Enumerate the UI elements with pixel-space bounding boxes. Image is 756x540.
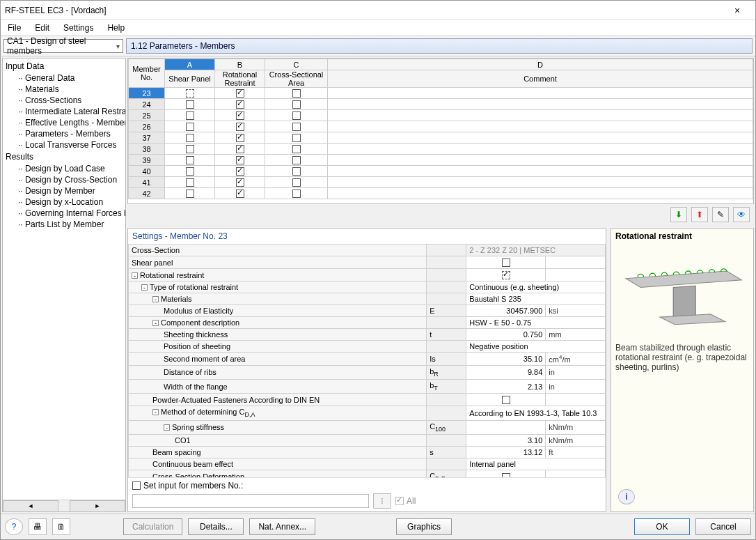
cancel-button[interactable]: Cancel <box>695 518 751 535</box>
table-row[interactable]: 40 <box>129 166 753 177</box>
nav-tree[interactable]: Input Data ·· General Data·· Materials··… <box>2 58 126 512</box>
report-icon[interactable]: 🗎 <box>52 518 70 535</box>
prop-row[interactable]: Continuous beam effectInternal panel <box>129 458 606 470</box>
table-row[interactable]: 37 <box>129 132 753 144</box>
info-icon[interactable]: i <box>618 489 635 504</box>
app-window: RF-STEEL EC3 - [Vordach] × File Edit Set… <box>0 0 756 540</box>
chevron-down-icon: ▾ <box>116 43 120 50</box>
table-row[interactable]: 24 <box>129 99 753 110</box>
prop-row[interactable]: Modulus of ElasticityE30457.900ksi <box>129 305 606 317</box>
tree-item[interactable]: ·· Design by x-Location <box>4 196 124 208</box>
prop-row[interactable]: -Type of rotational restraintContinuous … <box>129 281 606 293</box>
prop-row[interactable]: Sheeting thicknesst0.750mm <box>129 329 606 341</box>
sidebar-hscroll[interactable]: ◄ ► <box>3 500 125 511</box>
tree-item[interactable]: ·· Parts List by Member <box>4 219 124 230</box>
svg-marker-1 <box>673 286 695 317</box>
svg-marker-2 <box>660 314 725 325</box>
window-title: RF-STEEL EC3 - [Vordach] <box>5 6 723 15</box>
close-icon[interactable]: × <box>723 5 751 16</box>
menubar: File Edit Settings Help <box>1 20 755 36</box>
pick-members-button[interactable]: ⁞ <box>373 493 391 509</box>
table-row[interactable]: 25 <box>129 110 753 121</box>
all-checkbox[interactable]: All <box>395 496 416 506</box>
graphics-button[interactable]: Graphics <box>396 518 452 535</box>
prop-row[interactable]: -Component descriptionHSW - E 50 - 0.75 <box>129 317 606 329</box>
info-title: Rotational restraint <box>611 229 753 244</box>
tree-item[interactable]: ·· Local Transverse Forces <box>4 139 124 151</box>
footer: ? 🖶 🗎 Calculation Details... Nat. Annex.… <box>1 514 755 539</box>
prop-row[interactable]: Shear panel <box>129 256 606 269</box>
tree-item[interactable]: ·· Design by Member <box>4 185 124 196</box>
prop-row[interactable]: Position of sheetingNegative position <box>129 341 606 353</box>
case-combo[interactable]: CA1 - Design of steel members ▾ <box>3 39 123 53</box>
tree-item[interactable]: ·· Parameters - Members <box>4 128 124 139</box>
menu-help[interactable]: Help <box>104 22 127 34</box>
set-input-checkbox[interactable]: Set input for members No.: <box>132 481 243 491</box>
menu-edit[interactable]: Edit <box>32 22 52 34</box>
prop-row[interactable]: -Rotational restraint <box>129 269 606 281</box>
ok-button[interactable]: OK <box>634 518 690 535</box>
prop-row[interactable]: -MaterialsBaustahl S 235 <box>129 293 606 305</box>
case-combo-label: CA1 - Design of steel members <box>7 36 116 56</box>
table-row[interactable]: 23 <box>129 88 753 99</box>
tree-item[interactable]: ·· Governing Internal Forces by M <box>4 208 124 219</box>
export-excel-icon[interactable]: ⬇ <box>670 207 687 222</box>
prop-row[interactable]: Powder-Actuated Fasteners According to D… <box>129 394 606 406</box>
pick-icon[interactable]: ✎ <box>712 207 729 222</box>
prop-row[interactable]: Distance of ribsbR9.84in <box>129 365 606 379</box>
tree-item[interactable]: ·· General Data <box>4 72 124 84</box>
members-grid[interactable]: Member No.ABCDShear PanelRotational Rest… <box>127 58 754 204</box>
nat-annex-button[interactable]: Nat. Annex... <box>249 518 315 535</box>
prop-row[interactable]: Cross-Section2 - Z 232 Z 20 | METSEC <box>129 245 606 256</box>
prop-row[interactable]: -Spring stiffnessC100kNm/m <box>129 420 606 434</box>
titlebar: RF-STEEL EC3 - [Vordach] × <box>1 1 755 20</box>
tree-item[interactable]: ·· Cross-Sections <box>4 95 124 106</box>
panel-title: 1.12 Parameters - Members <box>126 38 753 54</box>
prop-row[interactable]: Cross-Section DeformationCD,B <box>129 470 606 477</box>
info-panel: Rotational restraint Beam <box>611 228 754 512</box>
tree-item[interactable]: ·· Materials <box>4 84 124 95</box>
prop-row[interactable]: Beam spacings13.12ft <box>129 446 606 458</box>
prop-row[interactable]: -Method of determining CD,AAccording to … <box>129 406 606 420</box>
scroll-left-icon[interactable]: ◄ <box>3 500 58 512</box>
help-icon[interactable]: ? <box>5 518 23 535</box>
tree-item[interactable]: ·· Effective Lengths - Members <box>4 117 124 128</box>
table-row[interactable]: 26 <box>129 121 753 132</box>
prop-row[interactable]: Second moment of areaIs35.10cm4/m <box>129 353 606 366</box>
print-icon[interactable]: 🖶 <box>29 518 47 535</box>
tree-item[interactable]: ·· Intermediate Lateral Restraints <box>4 106 124 117</box>
prop-row[interactable]: CO13.10kNm/m <box>129 434 606 446</box>
table-row[interactable]: 42 <box>129 188 753 199</box>
settings-title: Settings - Member No. 23 <box>128 229 606 244</box>
set-input-field[interactable] <box>132 494 369 508</box>
tree-results[interactable]: Results <box>4 151 124 163</box>
beam-diagram <box>615 248 749 339</box>
svg-marker-0 <box>626 271 741 287</box>
import-icon[interactable]: ⬆ <box>691 207 708 222</box>
scroll-right-icon[interactable]: ► <box>70 500 125 512</box>
table-row[interactable]: 38 <box>129 144 753 155</box>
menu-file[interactable]: File <box>5 22 24 34</box>
tree-item[interactable]: ·· Design by Cross-Section <box>4 174 124 185</box>
menu-settings[interactable]: Settings <box>61 22 96 34</box>
prop-row[interactable]: Width of the flangebT2.13in <box>129 380 606 394</box>
calculation-button[interactable]: Calculation <box>123 518 182 535</box>
table-row[interactable]: 41 <box>129 177 753 188</box>
info-text: Beam stabilized through elastic rotation… <box>615 343 749 372</box>
settings-panel: Settings - Member No. 23 Cross-Section2 … <box>127 228 606 512</box>
toolbar: CA1 - Design of steel members ▾ 1.12 Par… <box>1 36 755 56</box>
details-button[interactable]: Details... <box>188 518 244 535</box>
view-icon[interactable]: 👁 <box>733 207 750 222</box>
tree-item[interactable]: ·· Design by Load Case <box>4 163 124 174</box>
tree-input-data[interactable]: Input Data <box>4 60 124 72</box>
table-row[interactable]: 39 <box>129 155 753 166</box>
